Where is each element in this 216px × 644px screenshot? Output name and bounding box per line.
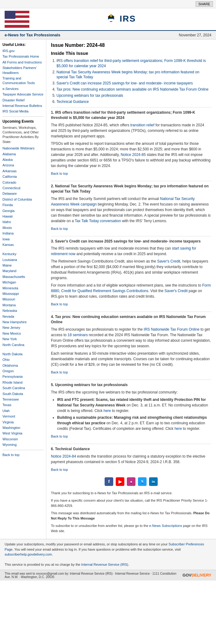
sidebar-state-nebraska[interactable]: Nebraska [2, 308, 44, 313]
sidebar-state-indiana[interactable]: Indiana [2, 231, 44, 236]
sidebar-state-north-carolina[interactable]: North Carolina [2, 343, 44, 347]
sidebar-state-california[interactable]: California [2, 174, 44, 179]
sidebar-link-forms[interactable]: All Forms and Instructions [2, 60, 44, 65]
sidebar-state-new-jersey[interactable]: New Jersey [2, 325, 44, 330]
twitter-icon-link[interactable]: 𝕏 [138, 477, 147, 486]
footer-auto-text: This message was distributed automatical… [51, 511, 211, 521]
sidebar-state-massachusetts[interactable]: Massachusetts [2, 275, 44, 279]
18-seminars-link[interactable]: 18 seminars [68, 333, 88, 337]
sidebar-state-iowa[interactable]: Iowa [2, 237, 44, 242]
sidebar-link-bulletins[interactable]: Internal Revenue Bulletins [2, 104, 44, 108]
back-to-top-3[interactable]: Back to top [51, 302, 68, 306]
sidebar-state-georgia[interactable]: Georgia [2, 209, 44, 213]
webinar-2-register-link[interactable]: here [174, 426, 182, 431]
ntsaw-link[interactable]: National Tax Security Awareness Week cam… [51, 197, 195, 206]
sidebar-state-wisconsin[interactable]: Wisconsin [2, 437, 44, 442]
sidebar-state-utah[interactable]: Utah [2, 409, 44, 413]
toc-link-2[interactable]: National Tax Security Awareness Week beg… [56, 70, 199, 79]
sidebar-link-taxpayer-advocate[interactable]: Taxpayer Advocate Service [2, 92, 44, 97]
sidebar-state-nevada[interactable]: Nevada [2, 314, 44, 319]
subscriberhelp-link[interactable]: subscriberhelp.govdelivery.com [5, 552, 52, 556]
sidebar-state-alabama[interactable]: Alabama [2, 152, 44, 157]
sidebar-state-dc[interactable]: District of Columbia [2, 197, 44, 202]
sidebar-state-colorado[interactable]: Colorado [2, 180, 44, 185]
toc-link-1[interactable]: IRS offers transition relief for third-p… [56, 59, 206, 68]
sidebar-state-maine[interactable]: Maine [2, 263, 44, 268]
main-content: Issue Number: 2024-48 Inside This Issue … [46, 39, 216, 539]
sidebar-state-montana[interactable]: Montana [2, 303, 44, 308]
sidebar-state-kansas[interactable]: Kansas [2, 243, 44, 247]
sidebar-state-connecticut[interactable]: Connecticut [2, 186, 44, 190]
share-button[interactable]: SHARE [196, 1, 213, 7]
back-to-top-1[interactable]: Back to top [51, 172, 68, 175]
sidebar-state-florida[interactable]: Florida [2, 203, 44, 207]
sidebar-state-arkansas[interactable]: Arkansas [2, 169, 44, 173]
youtube-icon-link[interactable]: ▶ [116, 477, 124, 486]
sidebar-state-south-dakota[interactable]: South Dakota [2, 392, 44, 396]
sidebar-state-west-virginia[interactable]: West Virginia [2, 431, 44, 436]
instagram-icon-link[interactable]: ● [127, 477, 135, 486]
subscriber-prefs-link[interactable]: Subscriber Preferences Page [5, 542, 204, 551]
sidebar-state-maryland[interactable]: Maryland [2, 269, 44, 273]
sidebar-state-south-carolina[interactable]: South Carolina [2, 386, 44, 390]
sidebar-state-vermont[interactable]: Vermont [2, 414, 44, 419]
sidebar-state-alaska[interactable]: Alaska [2, 157, 44, 162]
savers-credit-link-1[interactable]: Saver's Credit [157, 259, 180, 263]
sidebar-link-disaster[interactable]: Disaster Relief [2, 98, 44, 103]
sidebar-state-idaho[interactable]: Idaho [2, 220, 44, 224]
transition-relief-link[interactable]: transition relief [130, 123, 154, 127]
sidebar-link-training[interactable]: Training and Communication Tools [2, 76, 44, 86]
sidebar-state-washington[interactable]: Washington [2, 426, 44, 430]
sidebar-back-to-top[interactable]: Back to top [2, 453, 44, 457]
newsletter-date: November 27, 2024 [179, 33, 211, 37]
toc-link-5[interactable]: Upcoming webinars for tax professionals [56, 93, 123, 98]
tax-talk-link[interactable]: Tax Talk Today conversation [75, 219, 121, 223]
sidebar-state-oklahoma[interactable]: Oklahoma [2, 363, 44, 368]
sidebar-state-michigan[interactable]: Michigan [2, 280, 44, 285]
sidebar-state-tennessee[interactable]: Tennessee [2, 397, 44, 402]
toc-link-3[interactable]: Saver's Credit can increase 2025 savings… [56, 81, 193, 85]
linkedin-icon-link[interactable]: in [149, 477, 158, 486]
sidebar-state-new-mexico[interactable]: New Mexico [2, 331, 44, 336]
back-to-top-6[interactable]: Back to top [51, 468, 68, 471]
sidebar-state-north-dakota[interactable]: North Dakota [2, 352, 44, 357]
toc-link-4[interactable]: Tax pros: New continuing education semin… [56, 87, 209, 92]
back-to-top-2[interactable]: Back to top [51, 227, 68, 230]
nationwide-forum-link[interactable]: IRS Nationwide Tax Forum Online [144, 327, 200, 332]
irs-link[interactable]: Internal Revenue Service (IRS) [81, 563, 128, 566]
sidebar-state-virginia[interactable]: Virginia [2, 420, 44, 425]
sidebar-state-texas[interactable]: Texas [2, 403, 44, 407]
sidebar-state-ohio[interactable]: Ohio [2, 357, 44, 362]
sidebar-link-tax-pro-home[interactable]: Tax Professionals Home [2, 54, 44, 59]
sidebar-state-pennsylvania[interactable]: Pennsylvania [2, 374, 44, 379]
sidebar-state-new-hampshire[interactable]: New Hampshire [2, 320, 44, 324]
sidebar-state-illinois[interactable]: Illinois [2, 226, 44, 230]
sidebar-state-missouri[interactable]: Missouri [2, 297, 44, 302]
sidebar-state-louisiana[interactable]: Louisiana [2, 258, 44, 262]
sidebar-state-mississippi[interactable]: Mississippi [2, 291, 44, 296]
notice-2024-85-link[interactable]: Notice 2024-85 [121, 153, 146, 157]
sidebar-link-irsgov[interactable]: IRS.gov [2, 49, 44, 53]
enews-subscriptions-link[interactable]: e-News Subscriptions [149, 524, 182, 528]
facebook-icon-link[interactable]: f [105, 477, 113, 486]
sidebar-link-stakeholders[interactable]: Stakeholders Partners' Headliners [2, 66, 44, 75]
sidebar-state-wyoming[interactable]: Wyoming [2, 442, 44, 447]
sidebar-state-kentucky[interactable]: Kentucky [2, 252, 44, 256]
sidebar-state-oregon[interactable]: Oregon [2, 369, 44, 373]
sidebar-state-delaware[interactable]: Delaware [2, 191, 44, 196]
sidebar-state-rhode-island[interactable]: Rhode Island [2, 380, 44, 385]
webinar-1-register-link[interactable]: here [104, 409, 111, 413]
sidebar-state-hawaii[interactable]: Hawaii [2, 214, 44, 219]
start-saving-link[interactable]: start saving for retirement now [51, 246, 196, 256]
sidebar-link-eservices[interactable]: e-Services [2, 87, 44, 91]
back-to-top-5[interactable]: Back to top [51, 434, 68, 438]
toc-link-6[interactable]: Technical Guidance [56, 100, 89, 104]
sidebar-link-social[interactable]: IRS Social Media [2, 109, 44, 114]
back-to-top-4[interactable]: Back to top [51, 370, 68, 374]
sidebar-link-nationwide-webinars[interactable]: Nationwide Webinars [2, 146, 44, 151]
savers-credit-link-2[interactable]: Saver's Credit [164, 289, 188, 293]
notice-2024-84-link[interactable]: Notice 2024-84 [51, 454, 76, 459]
sidebar-state-arizona[interactable]: Arizona [2, 163, 44, 168]
sidebar-state-new-york[interactable]: New York [2, 337, 44, 341]
sidebar-state-minnesota[interactable]: Minnesota [2, 286, 44, 291]
